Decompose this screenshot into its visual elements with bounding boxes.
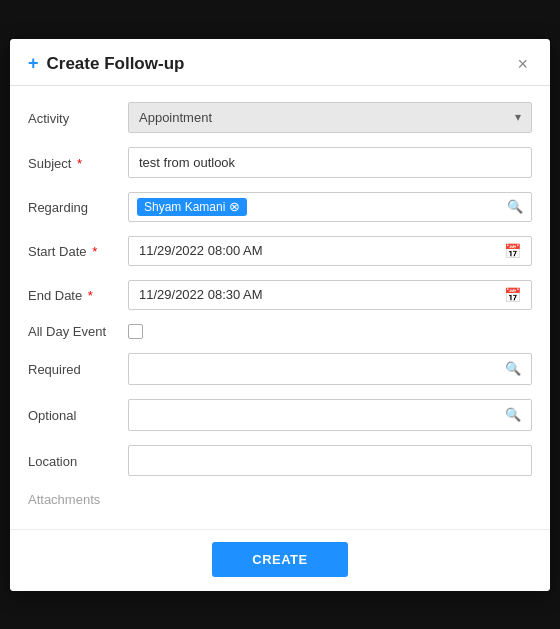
modal-overlay: + Create Follow-up × Activity Appointmen… — [0, 0, 560, 629]
all-day-label: All Day Event — [28, 324, 128, 339]
location-control — [128, 445, 532, 476]
regarding-tag: Shyam Kamani ⊗ — [137, 198, 247, 216]
activity-row: Activity Appointment ▾ — [28, 102, 532, 133]
modal-footer: CREATE — [10, 529, 550, 591]
start-required-star: * — [89, 244, 98, 259]
activity-label: Activity — [28, 109, 128, 126]
start-date-label: Start Date * — [28, 242, 128, 259]
end-required-star: * — [84, 288, 93, 303]
end-date-input[interactable]: 11/29/2022 08:30 AM 📅 — [128, 280, 532, 310]
modal-title: Create Follow-up — [47, 54, 514, 74]
required-control: 🔍 — [128, 353, 532, 385]
end-date-value: 11/29/2022 08:30 AM — [139, 287, 263, 302]
activity-value: Appointment — [139, 110, 212, 125]
optional-control: 🔍 — [128, 399, 532, 431]
modal-body: Activity Appointment ▾ Subject * — [10, 86, 550, 529]
optional-row: Optional 🔍 — [28, 399, 532, 431]
end-date-control: 11/29/2022 08:30 AM 📅 — [128, 280, 532, 310]
required-label: Required — [28, 360, 128, 377]
end-date-row: End Date * 11/29/2022 08:30 AM 📅 — [28, 280, 532, 310]
regarding-control: Shyam Kamani ⊗ 🔍 — [128, 192, 532, 222]
regarding-row: Regarding Shyam Kamani ⊗ 🔍 — [28, 192, 532, 222]
start-date-value: 11/29/2022 08:00 AM — [139, 243, 263, 258]
subject-row: Subject * — [28, 147, 532, 178]
attachments-label: Attachments — [28, 490, 128, 507]
subject-input[interactable] — [128, 147, 532, 178]
optional-label: Optional — [28, 406, 128, 423]
modal-header: + Create Follow-up × — [10, 39, 550, 86]
end-date-label: End Date * — [28, 286, 128, 303]
end-calendar-icon[interactable]: 📅 — [504, 287, 521, 303]
subject-label: Subject * — [28, 154, 128, 171]
chevron-down-icon: ▾ — [515, 110, 521, 124]
optional-input[interactable]: 🔍 — [128, 399, 532, 431]
subject-control — [128, 147, 532, 178]
start-date-control: 11/29/2022 08:00 AM 📅 — [128, 236, 532, 266]
create-followup-modal: + Create Follow-up × Activity Appointmen… — [10, 39, 550, 591]
all-day-row: All Day Event — [28, 324, 532, 339]
activity-control: Appointment ▾ — [128, 102, 532, 133]
location-label: Location — [28, 452, 128, 469]
optional-search-icon[interactable]: 🔍 — [505, 407, 521, 422]
activity-select[interactable]: Appointment ▾ — [128, 102, 532, 133]
start-date-input[interactable]: 11/29/2022 08:00 AM 📅 — [128, 236, 532, 266]
regarding-field[interactable]: Shyam Kamani ⊗ 🔍 — [128, 192, 532, 222]
tag-remove-icon[interactable]: ⊗ — [229, 200, 240, 213]
plus-icon: + — [28, 53, 39, 74]
location-input[interactable] — [128, 445, 532, 476]
location-row: Location — [28, 445, 532, 476]
required-input[interactable]: 🔍 — [128, 353, 532, 385]
required-row: Required 🔍 — [28, 353, 532, 385]
regarding-label: Regarding — [28, 198, 128, 215]
required-search-icon[interactable]: 🔍 — [505, 361, 521, 376]
tag-label: Shyam Kamani — [144, 200, 225, 214]
required-star: * — [73, 156, 82, 171]
regarding-search-icon[interactable]: 🔍 — [507, 199, 523, 214]
all-day-checkbox[interactable] — [128, 324, 143, 339]
start-calendar-icon[interactable]: 📅 — [504, 243, 521, 259]
create-button[interactable]: CREATE — [212, 542, 347, 577]
attachments-row: Attachments — [28, 490, 532, 507]
start-date-row: Start Date * 11/29/2022 08:00 AM 📅 — [28, 236, 532, 266]
close-button[interactable]: × — [513, 53, 532, 75]
